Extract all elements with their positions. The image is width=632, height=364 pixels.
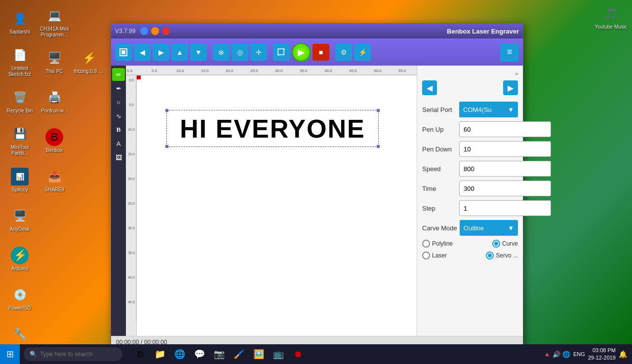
title-icon-close[interactable]	[162, 27, 170, 35]
taskbar-search-input[interactable]	[40, 351, 117, 358]
flash-button[interactable]: ⚡	[354, 44, 371, 61]
desktop-icon-shareit[interactable]: 📤 SHAREit	[37, 160, 72, 200]
paint-button[interactable]: 🖌️	[230, 345, 248, 363]
svg-text:10.0: 10.0	[128, 128, 135, 131]
svg-rect-23	[126, 75, 137, 322]
chrome-button[interactable]: 🌐	[171, 345, 189, 363]
desktop-icon-thispc[interactable]: 🖥️ This PC	[37, 42, 72, 81]
title-icon-info[interactable]	[140, 27, 148, 35]
panel-collapse-toggle[interactable]: »	[422, 71, 518, 76]
handle-top-left[interactable]	[165, 109, 168, 112]
resize-button[interactable]	[273, 44, 290, 61]
forward-button[interactable]: ▶	[153, 44, 169, 61]
desktop-icon-ch341a[interactable]: 💻 CH341A Mini Programm...	[37, 2, 72, 42]
panel-forward-button[interactable]: ▶	[503, 80, 518, 95]
handle-top-right[interactable]	[377, 109, 380, 112]
desktop-icon-untitled[interactable]: 📄 Untitled Sketch.fzz	[2, 42, 37, 81]
svg-text:25.0: 25.0	[250, 69, 258, 73]
pen-tool[interactable]: ✏	[112, 68, 125, 81]
desktop-icon-arduino[interactable]: ⚡ Arduino	[2, 239, 37, 279]
text-selection-box[interactable]: HI EVERYONE	[166, 110, 379, 147]
desktop-icon-poweriso[interactable]: 💿 PowerISO	[2, 279, 37, 318]
media-button[interactable]: 📺	[270, 345, 287, 363]
select-tool-button[interactable]	[115, 44, 132, 61]
ruler-vertical: 0.0 5.0 10.0 15.0 20.0 25.0 30.0 35.0 40…	[126, 75, 137, 336]
start-button[interactable]: ⊞	[0, 344, 20, 364]
servo-radio-item[interactable]: Servo ...	[486, 252, 518, 259]
photos-button[interactable]: 🖼️	[250, 345, 268, 363]
whatsapp-button[interactable]: 💬	[191, 345, 208, 363]
text-tool[interactable]: A	[112, 137, 125, 150]
canvas-with-vruler: 0.0 5.0 10.0 15.0 20.0 25.0 30.0 35.0 40…	[126, 75, 417, 336]
app-window: V3.7.99 Benbox Laser Engraver ◀ ▶ ▲ ▼ ⊗	[111, 23, 523, 349]
up-button[interactable]: ▲	[171, 44, 188, 61]
desktop-icon-speccy[interactable]: 📊 Speccy	[2, 160, 37, 200]
desktop-icon-saptarshi[interactable]: 👤 Saptarshi	[2, 2, 37, 42]
time-input[interactable]	[459, 181, 551, 196]
down-button[interactable]: ▼	[190, 44, 207, 61]
speed-row: Speed	[422, 161, 518, 177]
taskbar-search-box[interactable]: 🔍	[24, 347, 122, 361]
step-input[interactable]	[459, 200, 551, 216]
pen-down-input[interactable]	[459, 141, 551, 157]
camera-button[interactable]: 📷	[210, 345, 228, 363]
panel-back-button[interactable]: ◀	[422, 80, 437, 95]
stop-button[interactable]: ■	[313, 44, 329, 61]
circle-tool[interactable]: ○	[112, 96, 125, 109]
desktop-icon-youtube[interactable]	[72, 2, 106, 42]
polyline-radio-item[interactable]: Polyline	[422, 240, 453, 248]
image-tool[interactable]: 🖼	[112, 151, 125, 164]
svg-text:15.0: 15.0	[201, 69, 209, 73]
desktop-icon-printrun[interactable]: 🖨️ Printrun-w...	[37, 81, 72, 121]
move-button[interactable]: ✛	[250, 44, 267, 61]
bold-tool[interactable]: B	[112, 123, 125, 136]
cancel-button[interactable]: ⊗	[213, 44, 230, 61]
play-button[interactable]: ▶	[292, 43, 311, 62]
title-icon-minimize[interactable]	[151, 27, 159, 35]
benbox-icon: B	[45, 128, 63, 146]
carve-mode-select[interactable]: Outline ▼	[460, 220, 518, 236]
svg-text:30.0: 30.0	[275, 69, 283, 73]
edit-tool[interactable]: ✒	[112, 82, 125, 95]
polyline-radio[interactable]	[422, 240, 430, 248]
record-button[interactable]: ⏺	[289, 345, 307, 363]
notification-icon[interactable]: 🔔	[619, 350, 627, 358]
thispc-icon: 🖥️	[45, 49, 63, 67]
svg-text:35.0: 35.0	[128, 251, 135, 255]
header-toolbar: ◀ ▶ ▲ ▼ ⊗ ◎ ✛ ▶ ■ ⚙	[111, 38, 523, 66]
desktop-icon-benbox[interactable]: B Benbox	[37, 121, 72, 160]
taskview-button[interactable]: ⧉	[131, 345, 149, 363]
speed-input[interactable]	[459, 161, 551, 177]
laser-radio[interactable]	[422, 252, 430, 259]
drawing-canvas[interactable]: HI EVERYONE	[137, 75, 417, 336]
desktop-icon-youtube-music[interactable]: 🎵 Youtube Music	[592, 2, 630, 33]
explorer-button[interactable]: 📁	[151, 345, 169, 363]
desktop-icon-fritzing[interactable]: ⚡ fritzing.0.9.....	[72, 42, 106, 81]
menu-button[interactable]: ≡	[500, 43, 519, 62]
curve-radio[interactable]	[492, 240, 500, 248]
serial-port-select[interactable]: COM4(Su ▼	[459, 102, 518, 117]
desktop-icon-anydesk[interactable]: 🖥️ AnyDesk	[2, 200, 37, 239]
center-button[interactable]: ◎	[232, 44, 248, 61]
anydesk-label: AnyDesk	[10, 226, 30, 232]
taskbar-right: 🔺 🔊 🌐 ENG 03:08 PM 29-12-2019 🔔	[543, 347, 632, 362]
curve-tool[interactable]: ∿	[112, 109, 125, 122]
svg-text:40.0: 40.0	[324, 69, 332, 73]
pen-up-row: Pen Up	[422, 121, 518, 137]
poweriso-label: PowerISO	[8, 305, 31, 311]
pen-up-input[interactable]	[459, 121, 551, 137]
curve-radio-item[interactable]: Curve	[492, 240, 518, 248]
handle-bottom-left[interactable]	[165, 145, 168, 148]
anydesk-icon: 🖥️	[11, 207, 29, 225]
desktop-icon-minitool[interactable]: 💾 MiniTool Partiti...	[2, 121, 37, 160]
elekscam-icon: 🔧	[11, 326, 29, 343]
handle-bottom-right[interactable]	[377, 145, 380, 148]
servo-radio[interactable]	[486, 252, 494, 259]
back-button[interactable]: ◀	[134, 44, 151, 61]
clock-time: 03:08 PM	[588, 347, 616, 354]
carve-mode-dropdown-icon: ▼	[508, 224, 514, 232]
desktop-icon-recycle[interactable]: 🗑️ Recycle Bin	[2, 81, 37, 121]
settings-button[interactable]: ⚙	[335, 44, 352, 61]
step-row: Step	[422, 200, 518, 216]
laser-radio-item[interactable]: Laser	[422, 252, 447, 259]
